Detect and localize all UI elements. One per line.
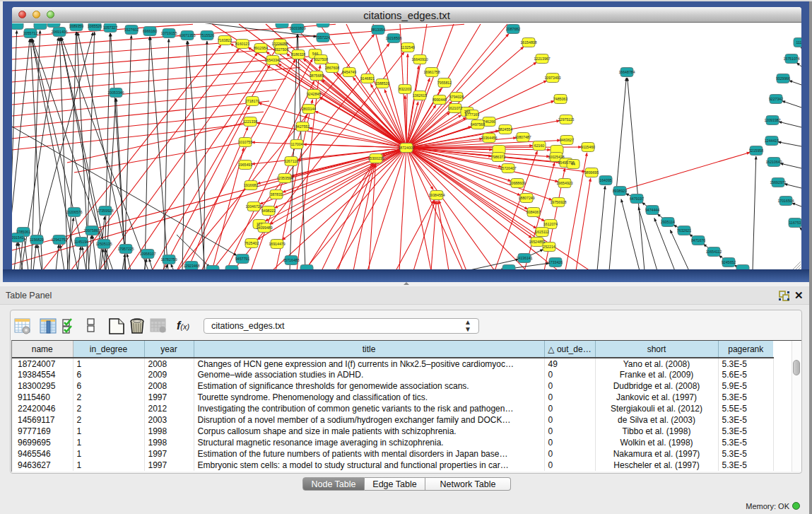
svg-text:20206576: 20206576	[66, 210, 82, 214]
svg-text:6479197: 6479197	[630, 197, 644, 201]
svg-text:6794028: 6794028	[449, 95, 464, 99]
svg-text:252214: 252214	[543, 245, 555, 249]
svg-text:2055712: 2055712	[23, 31, 37, 35]
svg-text:7163822: 7163822	[218, 38, 232, 42]
svg-text:3215958: 3215958	[749, 148, 763, 153]
svg-text:12505135: 12505135	[95, 242, 112, 246]
svg-text:8938923: 8938923	[613, 189, 627, 193]
svg-text:20053346: 20053346	[107, 90, 124, 95]
svg-text:1244415: 1244415	[765, 139, 779, 143]
svg-text:12923468: 12923468	[183, 264, 199, 268]
svg-text:16648784: 16648784	[618, 70, 635, 74]
svg-text:8160123: 8160123	[235, 42, 249, 46]
svg-text:9327508: 9327508	[314, 57, 328, 62]
svg-text:2718170: 2718170	[245, 99, 259, 103]
svg-text:10719155: 10719155	[160, 31, 177, 35]
svg-text:18724007: 18724007	[398, 146, 414, 150]
svg-text:387833: 387833	[270, 192, 282, 197]
svg-text:16543342: 16543342	[264, 58, 281, 62]
svg-text:20691406: 20691406	[51, 30, 67, 34]
svg-text:13226058: 13226058	[271, 42, 288, 46]
svg-text:18807249: 18807249	[518, 196, 534, 200]
svg-text:15300235: 15300235	[367, 156, 384, 160]
svg-text:7955812: 7955812	[437, 81, 452, 85]
svg-text:7986372: 7986372	[491, 155, 505, 159]
svg-text:1588520: 1588520	[375, 81, 389, 86]
svg-text:16210643: 16210643	[765, 160, 782, 164]
svg-text:0899695: 0899695	[584, 170, 599, 175]
svg-text:164095: 164095	[599, 178, 611, 182]
svg-text:117004: 117004	[291, 142, 303, 146]
svg-text:15716485: 15716485	[283, 258, 299, 262]
svg-text:20975867: 20975867	[83, 228, 100, 233]
svg-text:12942757: 12942757	[51, 238, 67, 242]
svg-text:15720407: 15720407	[500, 166, 516, 170]
svg-text:15692971: 15692971	[770, 180, 786, 185]
svg-text:10688609: 10688609	[509, 181, 525, 185]
svg-text:16640910: 16640910	[411, 57, 428, 62]
svg-text:9146821: 9146821	[360, 76, 375, 81]
svg-text:9245652: 9245652	[722, 260, 736, 264]
svg-text:7625402: 7625402	[245, 241, 259, 245]
svg-text:10025438: 10025438	[548, 155, 564, 159]
svg-text:9384067: 9384067	[526, 210, 541, 214]
svg-text:10654112: 10654112	[706, 250, 722, 254]
svg-text:8454749: 8454749	[342, 70, 356, 74]
svg-text:14136141: 14136141	[516, 256, 532, 260]
svg-text:62160: 62160	[534, 144, 545, 148]
svg-text:7632621: 7632621	[677, 228, 691, 233]
svg-text:1010755: 1010755	[238, 140, 252, 144]
svg-text:1132549: 1132549	[401, 45, 415, 49]
svg-text:391541: 391541	[12, 235, 24, 240]
svg-text:6966160: 6966160	[143, 29, 157, 33]
svg-text:17359928: 17359928	[97, 209, 113, 213]
svg-text:8990448: 8990448	[433, 98, 447, 102]
svg-text:20364456: 20364456	[481, 136, 497, 140]
svg-text:16033809: 16033809	[289, 26, 305, 30]
svg-text:1785061: 1785061	[16, 230, 30, 234]
svg-text:1362615: 1362615	[413, 93, 427, 98]
svg-text:6497568: 6497568	[471, 122, 485, 127]
svg-text:1615112: 1615112	[535, 230, 549, 234]
svg-text:19654923: 19654923	[556, 181, 572, 185]
svg-text:116753: 116753	[789, 221, 801, 225]
svg-text:1221338: 1221338	[243, 119, 257, 124]
svg-text:8186328: 8186328	[291, 52, 305, 57]
svg-text:1965493: 1965493	[238, 163, 252, 167]
svg-text:1145194: 1145194	[74, 240, 88, 244]
svg-text:2867608: 2867608	[325, 66, 339, 70]
svg-text:15751074: 15751074	[783, 57, 799, 61]
svg-text:546: 546	[312, 52, 319, 56]
svg-text:1065526: 1065526	[88, 24, 102, 28]
svg-text:14099489: 14099489	[256, 226, 272, 230]
svg-text:8427552: 8427552	[295, 124, 310, 129]
svg-text:5498222: 5498222	[261, 209, 276, 213]
svg-text:17016504: 17016504	[777, 199, 794, 203]
svg-text:12093387: 12093387	[764, 118, 780, 122]
svg-text:9327506: 9327506	[274, 47, 288, 52]
svg-text:832203: 832203	[399, 87, 411, 91]
svg-text:7515526: 7515526	[200, 33, 214, 37]
svg-text:7485063: 7485063	[553, 97, 567, 101]
svg-text:10958107: 10958107	[139, 252, 155, 256]
svg-text:1916682: 1916682	[244, 183, 258, 187]
svg-text:3875685: 3875685	[310, 74, 324, 78]
svg-text:1156829: 1156829	[30, 238, 44, 242]
svg-text:16524851: 16524851	[529, 240, 545, 244]
svg-text:44: 44	[571, 162, 575, 166]
svg-text:9457791: 9457791	[235, 257, 249, 261]
svg-text:7357224: 7357224	[316, 35, 330, 40]
svg-text:1527602: 1527602	[124, 28, 139, 32]
svg-text:3824554: 3824554	[498, 127, 512, 132]
svg-text:2087682: 2087682	[506, 27, 520, 31]
svg-text:1112: 1112	[796, 40, 801, 45]
svg-text:9474444: 9474444	[645, 208, 659, 212]
svg-text:9463627: 9463627	[560, 138, 574, 142]
svg-text:9115460: 9115460	[581, 145, 595, 149]
svg-text:9329966: 9329966	[776, 76, 790, 81]
svg-text:1621072: 1621072	[448, 106, 462, 110]
svg-text:9227342: 9227342	[769, 97, 783, 101]
svg-text:16154808: 16154808	[520, 40, 536, 45]
svg-text:8912954: 8912954	[254, 46, 268, 50]
svg-text:1612074: 1612074	[543, 222, 558, 226]
